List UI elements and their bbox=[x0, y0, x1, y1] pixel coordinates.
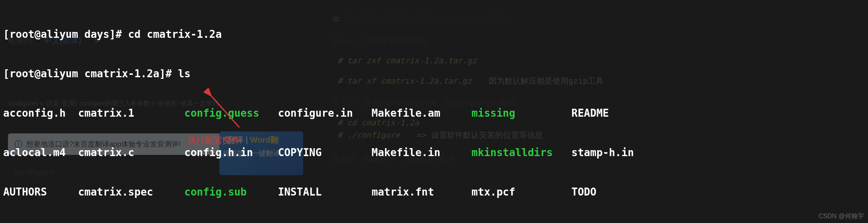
ls-cell: INSTALL bbox=[278, 186, 322, 198]
ls-cell: mkinstalldirs bbox=[471, 147, 553, 158]
ls-cell: COPYING bbox=[278, 147, 322, 158]
ls-cell: Makefile.in bbox=[372, 147, 440, 158]
ls-row-1: aclocal.m4 cmatrix.c config.h.in COPYING… bbox=[3, 146, 865, 159]
ls-cell: mtx.pcf bbox=[471, 186, 515, 198]
ls-cell: matrix.fnt bbox=[372, 186, 434, 198]
ls-cell: README bbox=[572, 107, 609, 119]
ls-cell: acconfig.h bbox=[3, 107, 66, 119]
ls-row-0: acconfig.h cmatrix.1 config.guess config… bbox=[3, 107, 865, 120]
ls-cell: config.sub bbox=[184, 186, 247, 198]
ls-cell: configure.in bbox=[278, 107, 353, 119]
terminal[interactable]: [root@aliyum days]# cd cmatrix-1.2a [roo… bbox=[0, 0, 868, 223]
ls-cell: cmatrix.spec bbox=[78, 186, 153, 198]
ls-cell: cmatrix.c bbox=[78, 147, 134, 158]
svg-line-0 bbox=[207, 92, 239, 127]
prompt2: [root@aliyum cmatrix-1.2a]# bbox=[3, 68, 172, 80]
terminal-line-1: [root@aliyum days]# cd cmatrix-1.2a bbox=[3, 28, 865, 41]
annotation-arrow-icon bbox=[203, 88, 251, 138]
cmd1: cd cmatrix-1.2a bbox=[128, 28, 222, 40]
ls-cell: TODO bbox=[572, 186, 597, 198]
prompt1: [root@aliyum days]# bbox=[3, 28, 122, 40]
terminal-line-2: [root@aliyum cmatrix-1.2a]# ls bbox=[3, 67, 865, 80]
watermark: CSDN @何翰宇 bbox=[819, 212, 864, 221]
ls-cell: stamp-h.in bbox=[572, 147, 634, 158]
ls-row-2: AUTHORS cmatrix.spec config.sub INSTALL … bbox=[3, 186, 865, 199]
ls-cell: cmatrix.1 bbox=[78, 107, 134, 119]
ls-cell: AUTHORS bbox=[3, 186, 47, 198]
annotation-label: 执行配置文件 bbox=[187, 135, 240, 147]
cmd2: ls bbox=[178, 68, 190, 80]
ls-cell: aclocal.m4 bbox=[3, 147, 66, 158]
ls-cell: Makefile.am bbox=[372, 107, 440, 119]
ls-cell: missing bbox=[471, 107, 515, 119]
ls-cell: config.h.in bbox=[184, 147, 253, 158]
